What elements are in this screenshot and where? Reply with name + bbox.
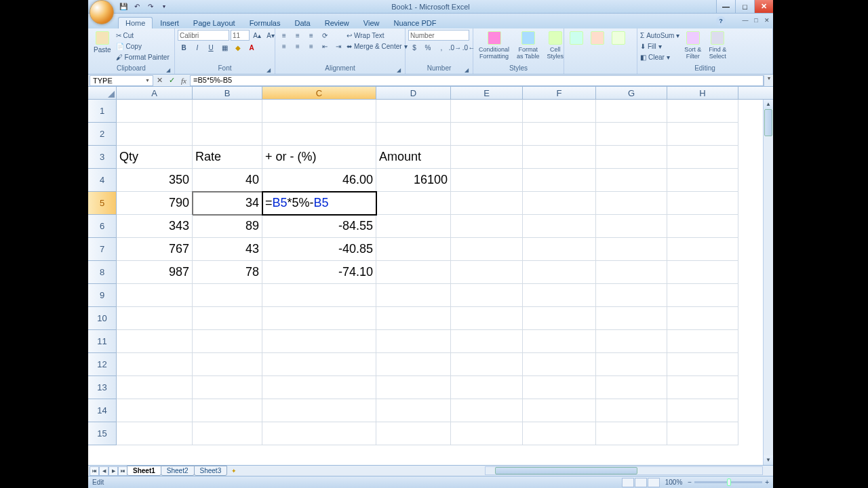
row-header-6[interactable]: 6	[88, 215, 117, 238]
mdi-close[interactable]: ✕	[762, 16, 772, 25]
tab-data[interactable]: Data	[288, 18, 317, 28]
cell-B7[interactable]: 43	[193, 238, 262, 261]
vertical-scrollbar[interactable]: ▲ ▼	[763, 100, 773, 465]
cell-C5[interactable]: =B5*5%-B5	[262, 192, 376, 215]
cell-B11[interactable]	[193, 330, 262, 353]
fill-button[interactable]: ⬇Fill ▾	[640, 41, 679, 52]
cell-E11[interactable]	[451, 330, 523, 353]
cell-H14[interactable]	[667, 399, 738, 422]
sheet-nav-first[interactable]: ⏮	[90, 466, 99, 476]
cell-C6[interactable]: -84.55	[262, 215, 376, 238]
column-header-E[interactable]: E	[451, 87, 523, 99]
font-color-button[interactable]: A	[245, 42, 258, 53]
cell-E10[interactable]	[451, 307, 523, 330]
align-right-icon[interactable]: ≡	[305, 41, 317, 52]
sort-filter-button[interactable]: Sort & Filter	[682, 30, 704, 61]
cell-C12[interactable]	[262, 353, 376, 376]
font-name-select[interactable]	[178, 30, 229, 41]
cell-F9[interactable]	[523, 284, 596, 307]
cell-B15[interactable]	[193, 422, 262, 445]
row-header-7[interactable]: 7	[88, 238, 117, 261]
cell-D2[interactable]	[376, 123, 451, 146]
cell-D14[interactable]	[376, 399, 451, 422]
cell-F14[interactable]	[523, 399, 596, 422]
column-header-C[interactable]: C	[262, 87, 376, 99]
row-header-5[interactable]: 5	[88, 192, 117, 215]
cell-G14[interactable]	[596, 399, 667, 422]
cell-F10[interactable]	[523, 307, 596, 330]
merge-center-button[interactable]: ⬌Merge & Center ▾	[347, 41, 408, 52]
font-size-select[interactable]	[231, 30, 250, 41]
sheet-nav-last[interactable]: ⏭	[118, 466, 127, 476]
horizontal-scrollbar[interactable]	[485, 466, 763, 475]
number-format-select[interactable]	[408, 30, 469, 41]
cell-C4[interactable]: 46.00	[262, 169, 376, 192]
zoom-slider[interactable]	[694, 481, 762, 483]
cell-F1[interactable]	[523, 100, 596, 123]
sheet-tab-3[interactable]: Sheet3	[194, 466, 228, 476]
cell-C14[interactable]	[262, 399, 376, 422]
row-header-11[interactable]: 11	[88, 330, 117, 353]
tab-formulas[interactable]: Formulas	[243, 18, 288, 28]
conditional-formatting-button[interactable]: Conditional Formatting	[476, 30, 512, 61]
cell-H6[interactable]	[667, 215, 738, 238]
sheet-tab-1[interactable]: Sheet1	[127, 466, 161, 476]
cell-B8[interactable]: 78	[193, 261, 262, 284]
cell-D13[interactable]	[376, 376, 451, 399]
zoom-handle[interactable]	[727, 479, 731, 486]
cell-G5[interactable]	[596, 192, 667, 215]
cell-F11[interactable]	[523, 330, 596, 353]
cell-H3[interactable]	[667, 146, 738, 169]
cell-A1[interactable]	[117, 100, 193, 123]
cell-F13[interactable]	[523, 376, 596, 399]
fill-color-button[interactable]: ◆	[232, 42, 244, 53]
align-left-icon[interactable]: ≡	[278, 41, 290, 52]
tab-nuance-pdf[interactable]: Nuance PDF	[387, 18, 443, 28]
scroll-up-icon[interactable]: ▲	[764, 100, 773, 109]
cell-B9[interactable]	[193, 284, 262, 307]
cell-D9[interactable]	[376, 284, 451, 307]
cell-E3[interactable]	[451, 146, 523, 169]
row-header-14[interactable]: 14	[88, 399, 117, 422]
row-header-4[interactable]: 4	[88, 169, 117, 192]
cell-A9[interactable]	[117, 284, 193, 307]
vscroll-thumb[interactable]	[764, 109, 772, 136]
cell-B1[interactable]	[193, 100, 262, 123]
cell-C8[interactable]: -74.10	[262, 261, 376, 284]
undo-icon[interactable]: ↶	[132, 1, 142, 12]
cell-A15[interactable]	[117, 422, 193, 445]
column-header-H[interactable]: H	[667, 87, 738, 99]
cell-A3[interactable]: Qty	[117, 146, 193, 169]
normal-view-button[interactable]	[622, 478, 634, 487]
sheet-nav-prev[interactable]: ◀	[99, 466, 108, 476]
cell-E5[interactable]	[451, 192, 523, 215]
cell-G10[interactable]	[596, 307, 667, 330]
cell-D1[interactable]	[376, 100, 451, 123]
delete-button[interactable]	[588, 30, 607, 47]
cell-A7[interactable]: 767	[117, 238, 193, 261]
enter-formula-icon[interactable]: ✓	[165, 75, 178, 86]
close-button[interactable]: ✕	[754, 0, 773, 13]
cancel-formula-icon[interactable]: ✕	[153, 75, 165, 86]
cell-C10[interactable]	[262, 307, 376, 330]
cell-H7[interactable]	[667, 238, 738, 261]
align-center-icon[interactable]: ≡	[292, 41, 304, 52]
page-layout-view-button[interactable]	[635, 478, 647, 487]
currency-icon[interactable]: $	[408, 42, 420, 53]
formula-input[interactable]: =B5*5%-B5	[190, 75, 764, 86]
zoom-level[interactable]: 100%	[665, 479, 683, 486]
cut-button[interactable]: ✂Cut	[116, 30, 170, 41]
cell-F7[interactable]	[523, 238, 596, 261]
cell-B13[interactable]	[193, 376, 262, 399]
cell-A12[interactable]	[117, 353, 193, 376]
cell-G11[interactable]	[596, 330, 667, 353]
cell-C7[interactable]: -40.85	[262, 238, 376, 261]
row-header-12[interactable]: 12	[88, 353, 117, 376]
row-header-9[interactable]: 9	[88, 284, 117, 307]
cell-F4[interactable]	[523, 169, 596, 192]
cell-G9[interactable]	[596, 284, 667, 307]
cell-A11[interactable]	[117, 330, 193, 353]
indent-dec-icon[interactable]: ⇤	[319, 41, 331, 52]
mdi-minimize[interactable]: —	[741, 16, 750, 25]
cell-D4[interactable]: 16100	[376, 169, 451, 192]
